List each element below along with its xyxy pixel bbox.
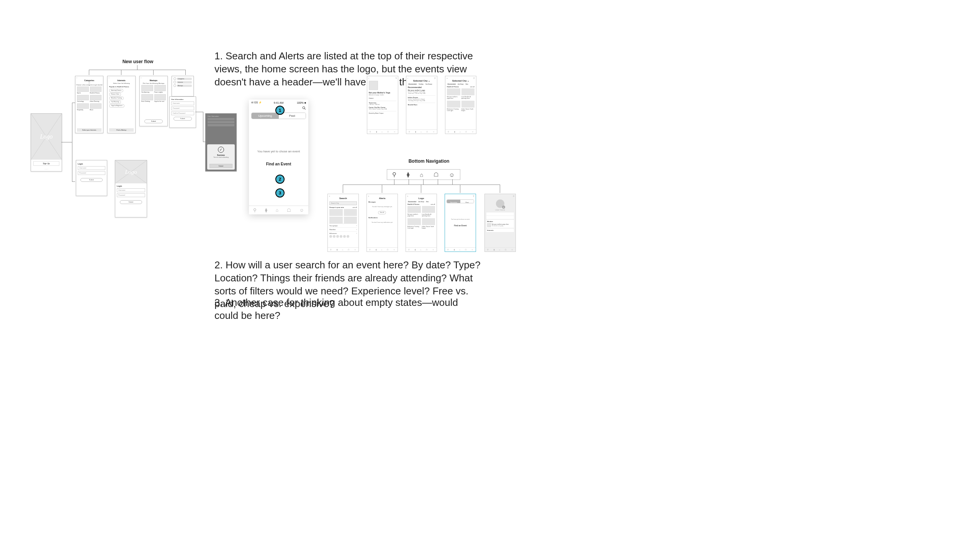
home-card[interactable]: Love Handles A spinning class [422,214,435,217]
search-row[interactable]: Influencers [329,232,337,234]
login-combo-username[interactable]: Username [117,188,145,192]
wireframe-login: Login Username Password Submit [76,160,107,196]
interest-chip[interactable]: Spinning Classes [109,89,123,92]
detail-subtitle: Advanced yoga studio [369,94,396,96]
home-chip[interactable]: New [425,201,429,203]
category-item[interactable]: Music [90,109,102,111]
nav-search-icon[interactable]: ⚲ [392,171,396,178]
nav-alerts-icon[interactable]: ⧫ [407,171,409,178]
nav-home-icon[interactable]: ⌂ [420,172,423,178]
events-seg-past[interactable]: Past [460,200,474,203]
home-card-title[interactable]: Mundie Race [408,104,435,106]
events-seg-upcoming[interactable]: Upcoming [447,200,460,203]
login-combo-submit[interactable]: Submit [120,200,142,204]
home-chip[interactable]: Recommended [408,83,417,85]
home-title[interactable]: Selected City ⌄ [406,79,437,82]
profile-name: User Name [486,209,514,211]
annotation-3: 3. Another case for thinking about empty… [214,296,483,322]
interests-cta[interactable]: Find a Meetup [109,128,134,132]
search-input[interactable]: Search City [329,201,357,205]
categories-subtitle: Choose a few categories to get started [75,84,103,86]
sidebar-chip[interactable]: Meetups [177,85,192,87]
interests-subtitle: Select from the following [108,82,135,84]
username-field[interactable]: Username [171,101,194,105]
tab-search-icon[interactable]: ⚲ [253,207,257,213]
interests-section: Popular in Health & Fitness [109,86,134,88]
browse-chip[interactable]: Recommended [447,83,456,85]
meetup-item[interactable]: Yoga for the soul [154,101,166,102]
messages-empty: You don't have any messages yet. [368,206,396,207]
category-item[interactable]: Urban Planning [90,101,102,102]
password-field[interactable]: Password [171,106,194,110]
tab-alerts-icon[interactable]: ⧫ [265,207,267,213]
browse-card[interactable]: Endurance Training Learn gym [447,108,460,111]
success-submit[interactable]: Submit [209,164,232,168]
login-username[interactable]: Username [78,166,105,170]
see-all-link[interactable]: see all [430,203,435,205]
home-section: Recommended [408,86,435,88]
browse-card[interactable]: Not your mother's yoga class [447,96,460,99]
search-row[interactable]: Your groups [329,225,337,227]
notifications-heading: Notifications [368,217,396,219]
meetups-submit[interactable]: Submit [144,119,163,123]
home-card[interactable]: Not your mother's yoga class [407,214,421,217]
browse-chip[interactable]: New [465,83,469,85]
home-chip[interactable]: Join Group [417,201,425,203]
tab-profile-icon[interactable]: ☺ [299,207,304,213]
nav-phone-home: + Logo Recommended Join Group New Health… [406,194,437,252]
interest-chip[interactable]: Trail Running [109,100,121,104]
nav-phone-search: + Search Search City Groups in your area… [327,194,359,252]
home-chip[interactable]: Trending [418,83,424,85]
login-submit[interactable]: Submit [80,178,103,182]
nav-events-icon[interactable]: ☖ [434,171,438,178]
alerts-see-all[interactable]: See all [378,211,386,214]
home-card[interactable]: Indoor Soccer Youth league [422,226,435,229]
events-empty-text: You have yet to chose an event [249,150,308,154]
wireframe-splash: Logo Sign Up Log in [31,113,62,172]
sidebar-chip[interactable]: Categories [177,78,192,80]
sidebar-chip[interactable]: Interests [177,81,192,83]
home-card[interactable]: Endurance Training Learn gym [407,226,421,229]
nav-profile-icon[interactable]: ☺ [449,172,455,178]
browse-chip[interactable]: Join Group [457,83,464,85]
browse-card[interactable]: Indoor Soccer Youth league [461,108,475,111]
meetup-item[interactable]: Power weights [154,91,166,93]
category-item[interactable]: Technology [77,101,89,102]
segment-upcoming[interactable]: Upcoming [252,113,279,119]
nav-phone-events: ⚲ Upcoming Past You have yet to chose an… [445,194,476,252]
search-icon[interactable]: ⚲ [298,104,307,113]
messages-heading: Messages [368,201,396,203]
events-cta[interactable]: Find an Event [447,224,474,227]
interest-chip[interactable]: Yoga for Beginners [109,104,124,108]
login-combo-password[interactable]: Password [117,193,145,197]
browse-section: Health & Fitness [447,86,459,88]
userinfo-title-dim: User Information [208,115,234,117]
browse-title[interactable]: Selected City ⌄ [445,79,476,82]
meetup-item[interactable]: City Spinning [141,91,153,93]
signup-button[interactable]: Sign Up [33,161,59,166]
interest-chip[interactable]: Marathon Training [109,96,124,100]
wireframe-meetups: ‹ Meetups Pick from the following Meetup… [139,76,168,126]
splash-logo-text: Logo [40,133,53,140]
category-item[interactable]: Sports [77,92,89,94]
search-row[interactable]: Watchlist [329,229,335,230]
confirm-password-field[interactable]: Confirm Password [171,111,194,115]
browse-card[interactable]: Love Handles A spinning class [461,96,475,99]
home-chip[interactable]: Your Groups [425,83,433,85]
meetup-item[interactable]: Rock Climbing [141,101,153,102]
category-item[interactable]: Hospitality [77,109,89,111]
interest-chip[interactable]: Fitness Clubs [109,93,121,96]
find-event-link[interactable]: Find an Event [249,162,308,166]
detail-submit[interactable]: Submit [369,97,382,99]
login-link[interactable]: Log in [31,168,62,170]
tab-home-icon[interactable]: ⌂ [276,207,278,213]
category-item[interactable]: Health & Fitness [90,92,102,94]
userinfo-submit[interactable]: Submit [173,117,192,121]
categories-cta[interactable]: Select your Interests [77,128,101,132]
login-password[interactable]: Password [78,171,105,175]
see-all-link[interactable]: see all [352,206,357,208]
home-chip[interactable]: Recommended [407,201,417,203]
tab-events-icon[interactable]: ☖ [287,207,291,213]
home-card-when: Thursday, 8:45 pm City, USA [408,100,435,101]
see-all-link[interactable]: see all [470,86,474,88]
